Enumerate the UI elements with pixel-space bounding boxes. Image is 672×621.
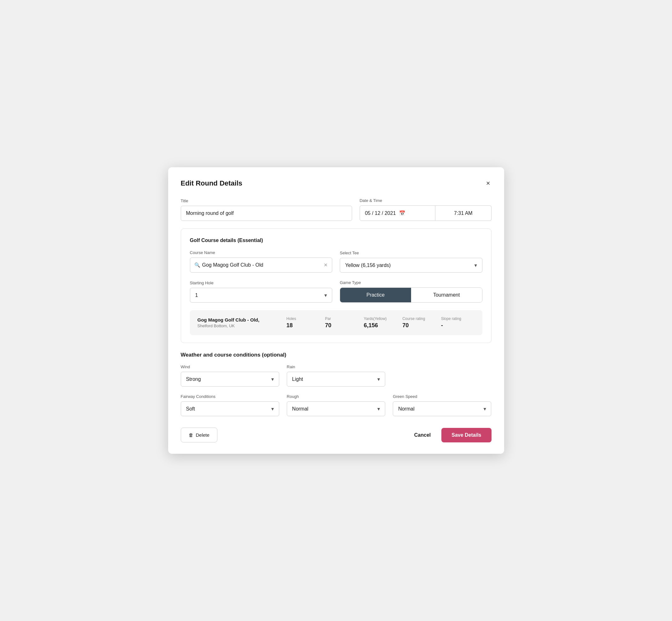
date-box[interactable]: 05 / 12 / 2021 📅 — [360, 205, 435, 221]
course-name-label: Course Name — [190, 250, 333, 255]
search-icon: 🔍 — [194, 262, 200, 268]
slope-rating-stat: Slope rating - — [436, 317, 475, 329]
holes-value: 18 — [287, 322, 293, 329]
par-label: Par — [325, 317, 331, 321]
rough-wrapper: Normal Soft Hard ▼ — [287, 401, 385, 416]
green-speed-dropdown[interactable]: Normal Slow Fast — [393, 401, 491, 416]
rain-wrapper: None Light Moderate Heavy ▼ — [287, 372, 385, 386]
modal-header: Edit Round Details × — [181, 178, 492, 188]
delete-button[interactable]: 🗑 Delete — [181, 427, 217, 443]
title-label: Title — [181, 199, 352, 203]
wind-wrapper: None Light Moderate Strong ▼ — [181, 372, 279, 386]
fairway-rough-green-row: Fairway Conditions Soft Normal Hard ▼ Ro… — [181, 394, 492, 416]
modal-footer: 🗑 Delete Cancel Save Details — [181, 427, 492, 443]
close-button[interactable]: × — [485, 178, 492, 188]
clear-icon[interactable]: ✕ — [324, 262, 328, 268]
fairway-label: Fairway Conditions — [181, 394, 279, 399]
starting-hole-dropdown[interactable]: 1 2 3 10 — [190, 288, 333, 303]
course-name-input[interactable] — [190, 257, 333, 273]
title-group: Title — [181, 199, 352, 221]
starting-hole-group: Starting Hole 1 2 3 10 ▼ — [190, 281, 333, 303]
holes-label: Holes — [287, 317, 296, 321]
wind-dropdown[interactable]: None Light Moderate Strong — [181, 372, 279, 386]
hole-gametype-row: Starting Hole 1 2 3 10 ▼ Game Type Pract… — [190, 280, 482, 303]
golf-course-section-title: Golf Course details (Essential) — [190, 238, 482, 243]
wind-rain-row: Wind None Light Moderate Strong ▼ Rain N… — [181, 365, 492, 386]
rough-label: Rough — [287, 394, 385, 399]
edit-round-modal: Edit Round Details × Title Date & Time 0… — [168, 167, 504, 454]
select-tee-label: Select Tee — [340, 251, 482, 255]
trash-icon: 🗑 — [189, 432, 194, 438]
time-value: 7:31 AM — [454, 210, 473, 216]
cancel-button[interactable]: Cancel — [411, 428, 434, 443]
course-rating-label: Course rating — [402, 317, 425, 321]
fairway-dropdown[interactable]: Soft Normal Hard — [181, 401, 279, 416]
select-tee-group: Select Tee Yellow (6,156 yards) Red Whit… — [340, 251, 482, 273]
green-speed-label: Green Speed — [393, 394, 491, 399]
course-name-group: Course Name 🔍 ✕ — [190, 250, 333, 273]
wind-group: Wind None Light Moderate Strong ▼ — [181, 365, 279, 386]
weather-section: Weather and course conditions (optional)… — [181, 352, 492, 416]
game-type-label: Game Type — [340, 280, 482, 285]
slope-rating-label: Slope rating — [441, 317, 461, 321]
rain-dropdown[interactable]: None Light Moderate Heavy — [287, 372, 385, 386]
select-tee-dropdown[interactable]: Yellow (6,156 yards) Red White Blue — [340, 258, 482, 273]
course-tee-row: Course Name 🔍 ✕ Select Tee Yellow (6,156… — [190, 250, 482, 273]
course-rating-value: 70 — [402, 322, 409, 329]
golf-course-section: Golf Course details (Essential) Course N… — [181, 229, 492, 343]
save-details-button[interactable]: Save Details — [442, 428, 491, 443]
course-info-name: Gog Magog Golf Club - Old, — [198, 317, 282, 323]
rain-label: Rain — [287, 365, 385, 369]
par-value: 70 — [325, 322, 331, 329]
course-info-box: Gog Magog Golf Club - Old, Shelford Bott… — [190, 310, 482, 335]
starting-hole-label: Starting Hole — [190, 281, 333, 285]
rain-group: Rain None Light Moderate Heavy ▼ — [287, 365, 385, 386]
green-speed-wrapper: Normal Slow Fast ▼ — [393, 401, 491, 416]
slope-rating-value: - — [441, 322, 443, 329]
course-info-name-col: Gog Magog Golf Club - Old, Shelford Bott… — [198, 317, 282, 328]
holes-stat: Holes 18 — [282, 317, 320, 329]
starting-hole-wrapper: 1 2 3 10 ▼ — [190, 288, 333, 303]
footer-right: Cancel Save Details — [411, 428, 492, 443]
course-name-wrapper: 🔍 ✕ — [190, 257, 333, 273]
title-datetime-row: Title Date & Time 05 / 12 / 2021 📅 7:31 … — [181, 198, 492, 221]
yards-value: 6,156 — [364, 322, 378, 329]
select-tee-wrapper: Yellow (6,156 yards) Red White Blue ▼ — [340, 258, 482, 273]
tournament-button[interactable]: Tournament — [411, 288, 482, 302]
weather-section-title: Weather and course conditions (optional) — [181, 352, 492, 358]
yards-label: Yards(Yellow) — [364, 317, 387, 321]
yards-stat: Yards(Yellow) 6,156 — [359, 317, 397, 329]
date-time-inputs: 05 / 12 / 2021 📅 7:31 AM — [360, 205, 492, 221]
delete-label: Delete — [196, 432, 209, 438]
game-type-toggle: Practice Tournament — [340, 287, 482, 303]
rough-group: Rough Normal Soft Hard ▼ — [287, 394, 385, 416]
date-time-group: Date & Time 05 / 12 / 2021 📅 7:31 AM — [360, 198, 492, 221]
game-type-group: Game Type Practice Tournament — [340, 280, 482, 303]
modal-title: Edit Round Details — [181, 179, 243, 188]
rough-dropdown[interactable]: Normal Soft Hard — [287, 401, 385, 416]
course-info-location: Shelford Bottom, UK — [198, 323, 282, 328]
green-speed-group: Green Speed Normal Slow Fast ▼ — [393, 394, 491, 416]
date-value: 05 / 12 / 2021 — [365, 210, 396, 216]
par-stat: Par 70 — [320, 317, 359, 329]
calendar-icon: 📅 — [399, 210, 406, 216]
course-rating-stat: Course rating 70 — [397, 317, 436, 329]
practice-button[interactable]: Practice — [340, 288, 411, 302]
fairway-group: Fairway Conditions Soft Normal Hard ▼ — [181, 394, 279, 416]
date-time-label: Date & Time — [360, 198, 492, 203]
time-box[interactable]: 7:31 AM — [435, 205, 491, 221]
wind-label: Wind — [181, 365, 279, 369]
fairway-wrapper: Soft Normal Hard ▼ — [181, 401, 279, 416]
title-input[interactable] — [181, 206, 352, 221]
